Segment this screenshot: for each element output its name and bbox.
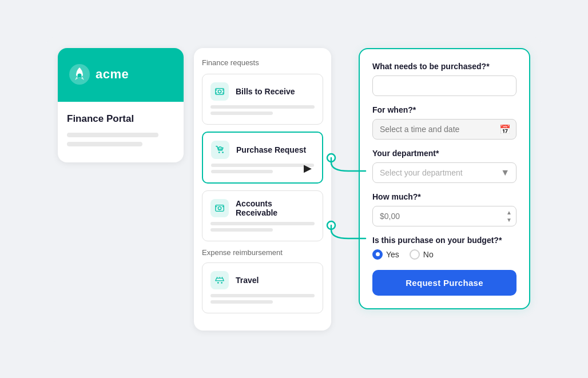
right-panel: What needs to be purchased?* For when?* …: [359, 48, 530, 309]
for-when-label: For when?*: [372, 105, 517, 114]
bills-card-row: Bills to Receive: [210, 82, 315, 101]
amount-spinners: ▲ ▼: [504, 209, 514, 223]
date-input[interactable]: [372, 119, 517, 140]
svg-point-1: [78, 73, 82, 77]
expense-label: Expense reimbursement: [202, 248, 323, 257]
skeleton-line-1: [67, 133, 158, 137]
svg-point-9: [222, 152, 224, 153]
purchase-icon: [211, 141, 229, 159]
travel-skeleton-1: [210, 294, 315, 297]
department-select-wrap: Select your department ▼: [372, 162, 517, 183]
svg-point-12: [218, 206, 221, 209]
how-much-label: How much?*: [372, 192, 517, 201]
budget-no-radio[interactable]: [410, 249, 420, 260]
portal-title: Finance Portal: [67, 113, 174, 125]
finance-requests-label: Finance requests: [202, 58, 323, 67]
travel-icon: [210, 271, 229, 289]
svg-point-8: [218, 152, 220, 153]
svg-point-15: [217, 282, 219, 284]
budget-row: Yes No: [372, 249, 517, 260]
travel-card[interactable]: Travel: [202, 262, 323, 313]
bills-icon: [210, 82, 229, 101]
accounts-skeleton-1: [210, 222, 315, 225]
svg-point-3: [218, 90, 221, 93]
bills-skeleton-2: [210, 112, 273, 115]
amount-down-button[interactable]: ▼: [504, 216, 514, 223]
travel-card-title: Travel: [236, 276, 259, 285]
what-label: What needs to be purchased?*: [372, 62, 517, 71]
purchase-skeleton-2: [211, 170, 273, 173]
purchase-request-card[interactable]: Purchase Request ▶: [202, 132, 323, 184]
svg-rect-2: [216, 88, 224, 94]
department-label: Your department*: [372, 149, 517, 158]
purchase-skeleton-1: [211, 164, 314, 167]
rocket-icon: [69, 64, 90, 85]
bills-skeleton-1: [210, 105, 315, 109]
travel-card-row: Travel: [210, 271, 315, 289]
purchase-card-title: Purchase Request: [236, 145, 306, 154]
budget-no-option[interactable]: No: [410, 249, 434, 260]
accounts-card-row: Accounts Receivable: [210, 199, 315, 217]
svg-point-16: [221, 282, 223, 284]
left-panel-body: Finance Portal: [58, 102, 184, 162]
budget-yes-label: Yes: [386, 250, 399, 259]
bills-card-title: Bills to Receive: [236, 87, 295, 96]
accounts-card-title: Accounts Receivable: [236, 199, 315, 217]
amount-up-button[interactable]: ▲: [504, 209, 514, 216]
calendar-icon: 📅: [499, 124, 511, 134]
department-select[interactable]: Select your department: [372, 162, 517, 183]
budget-label: Is this purchase on your budget?*: [372, 236, 517, 245]
budget-yes-radio[interactable]: [372, 249, 383, 260]
date-input-wrap: 📅: [372, 119, 517, 140]
accounts-receivable-card[interactable]: Accounts Receivable: [202, 190, 323, 241]
request-purchase-button[interactable]: Request Purchase: [372, 270, 517, 296]
purchase-card-row: Purchase Request: [211, 141, 314, 159]
accounts-skeleton-2: [210, 228, 273, 232]
logo-text: acme: [96, 67, 129, 82]
left-panel: acme Finance Portal: [58, 48, 184, 162]
accounts-icon: [210, 199, 229, 217]
what-input[interactable]: [372, 75, 517, 96]
middle-panel: Finance requests Bills to Re: [194, 48, 331, 331]
skeleton-line-2: [67, 142, 142, 146]
accounts-icon-svg: [214, 203, 225, 213]
travel-skeleton-2: [210, 300, 273, 304]
main-container: acme Finance Portal Finance requests: [46, 37, 542, 342]
budget-yes-option[interactable]: Yes: [372, 249, 399, 260]
logo-row: acme: [69, 64, 129, 85]
bills-to-receive-card[interactable]: Bills to Receive: [202, 74, 323, 125]
left-panel-header: acme: [58, 48, 184, 102]
bills-icon-svg: [214, 86, 225, 97]
purchase-icon-svg: [215, 145, 225, 155]
budget-no-label: No: [423, 250, 434, 259]
svg-rect-11: [216, 205, 224, 211]
amount-input[interactable]: [372, 206, 517, 226]
travel-icon-svg: [214, 275, 225, 285]
amount-wrap: ▲ ▼: [372, 206, 517, 226]
